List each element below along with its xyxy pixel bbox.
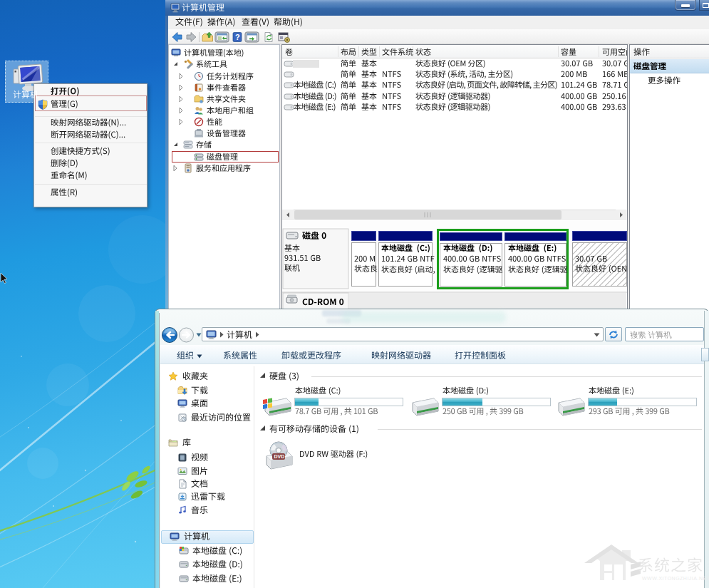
- svg-text:DVD: DVD: [274, 454, 285, 459]
- svg-text:?: ?: [235, 33, 240, 41]
